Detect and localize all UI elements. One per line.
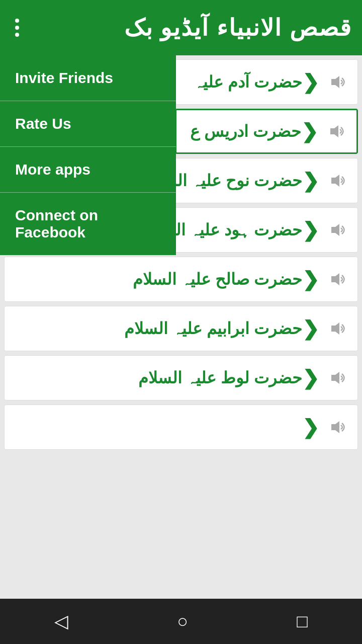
svg-marker-1 <box>330 125 338 137</box>
list-item-saleh[interactable]: ❮ حضرت صالح علیہ السلام <box>4 257 358 302</box>
sound-icon <box>326 121 346 141</box>
menu-item-facebook[interactable]: Connect on Facebook <box>0 193 176 255</box>
svg-marker-6 <box>331 372 339 384</box>
item-text: حضرت آدم علیہ <box>186 72 302 92</box>
chevron-icon: ❮ <box>302 70 319 94</box>
list-item-ibrahim[interactable]: ❮ حضرت ابرابیم علیہ السلام <box>4 306 358 351</box>
dropdown-menu: Invite Friends Rate Us More apps Connect… <box>0 55 176 255</box>
chevron-icon: ❮ <box>302 218 319 242</box>
chevron-icon: ❮ <box>302 169 319 192</box>
chevron-icon: ❮ <box>302 268 319 291</box>
sound-icon <box>327 171 347 191</box>
svg-marker-2 <box>331 175 339 187</box>
item-text: حضرت ابرابیم علیہ السلام <box>15 319 302 338</box>
chevron-icon: ❮ <box>301 120 318 143</box>
sound-icon <box>327 368 347 388</box>
app-title: قصص الانبیاء آیڈیو بک <box>124 14 352 41</box>
back-button[interactable]: ◁ <box>39 606 83 637</box>
sound-icon <box>327 220 347 240</box>
menu-button[interactable] <box>10 14 24 42</box>
sound-icon <box>327 417 347 437</box>
svg-marker-4 <box>331 273 339 285</box>
sound-icon <box>327 318 347 339</box>
chevron-icon: ❮ <box>302 366 319 389</box>
list-item-adam[interactable]: ❮ حضرت آدم علیہ <box>175 59 358 105</box>
list-item-extra[interactable]: ❮ <box>4 405 358 450</box>
item-text: حضرت صالح علیہ السلام <box>15 270 302 289</box>
chevron-icon: ❮ <box>302 317 319 340</box>
sound-icon <box>327 72 347 92</box>
list-item-idris[interactable]: ❮ حضرت ادریس ع <box>175 109 358 154</box>
sound-icon <box>327 269 347 289</box>
svg-marker-3 <box>331 224 339 236</box>
app-header: قصص الانبیاء آیڈیو بک <box>0 0 362 55</box>
chevron-icon: ❮ <box>302 416 319 439</box>
item-text: حضرت لوط علیہ السلام <box>15 368 302 387</box>
bottom-navigation: ◁ ○ □ <box>0 599 362 644</box>
svg-marker-5 <box>331 323 339 335</box>
menu-item-more-apps[interactable]: More apps <box>0 147 176 193</box>
home-button[interactable]: ○ <box>162 606 203 637</box>
svg-marker-7 <box>331 421 339 433</box>
list-item-lut[interactable]: ❮ حضرت لوط علیہ السلام <box>4 355 358 400</box>
svg-marker-0 <box>331 76 339 88</box>
menu-item-invite[interactable]: Invite Friends <box>0 55 176 101</box>
menu-item-rate[interactable]: Rate Us <box>0 101 176 147</box>
recent-button[interactable]: □ <box>282 606 323 637</box>
item-text: حضرت ادریس ع <box>187 122 301 141</box>
